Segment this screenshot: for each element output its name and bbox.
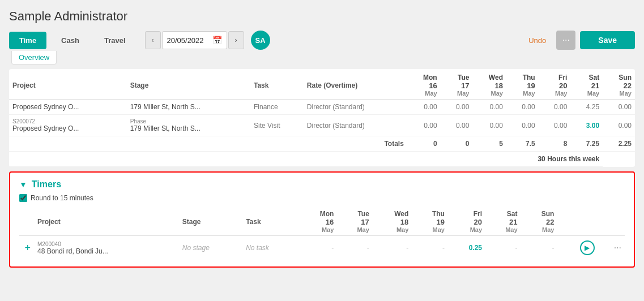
col-tue: Tue 17 May [441,69,473,100]
play-btn-cell: ▶ [557,236,598,260]
day-val-4[interactable]: 0.00 [539,100,571,115]
next-date-button[interactable]: › [228,31,244,49]
hours-this-week: 30 Hours this week [9,152,603,167]
timer-day-val-4[interactable]: 0.25 [448,236,485,260]
day-val-5[interactable]: 3.00 [570,115,603,136]
calendar-icon: 📅 [212,36,222,45]
tab-overview[interactable]: Overview [11,51,57,64]
table-row: S200072 Proposed Sydney O... Phase 179 M… [9,115,635,136]
page-title: Sample Administrator [9,9,635,24]
totals-sat: 7.25 [570,136,603,152]
toolbar: Time Cash Travel ‹ 20/05/2022 📅 › SA Und… [9,31,635,50]
timer-day-val-2: - [373,236,412,260]
timer-col-fri: Fri 20 May [448,208,485,236]
totals-sun: 2.25 [603,136,635,152]
table-row: Proposed Sydney O... 179 Miller St, Nort… [9,100,635,115]
save-button[interactable]: Save [580,31,635,49]
avatar: SA [251,31,270,50]
col-fri: Fri 20 May [539,69,571,100]
col-task: Task [250,69,304,100]
col-wed: Wed 18 May [472,69,506,100]
stage-cell: 179 Miller St, North S... [127,100,250,115]
day-val-1[interactable]: 0.00 [441,100,473,115]
day-val-2[interactable]: 0.00 [472,115,506,136]
date-value: 20/05/2022 [167,36,204,45]
col-thu: Thu 19 May [506,69,539,100]
timer-stage-cell: No stage [179,236,242,260]
day-val-6[interactable]: 0.00 [603,115,635,136]
day-val-0[interactable]: 0.00 [407,115,441,136]
time-table-card: Project Stage Task Rate (Overtime) Mon 1… [9,69,635,167]
timer-col-wed: Wed 18 May [373,208,412,236]
totals-label: Totals [304,136,407,152]
prev-date-button[interactable]: ‹ [145,31,161,49]
timer-day-val-3: - [412,236,448,260]
timer-col-mon: Mon 16 May [298,208,338,236]
timer-day-val-5: - [485,236,521,260]
timer-col-stage: Stage [179,208,242,236]
totals-fri: 8 [539,136,571,152]
totals-tue: 0 [441,136,473,152]
timer-day-val-1: - [337,236,373,260]
time-table: Project Stage Task Rate (Overtime) Mon 1… [9,69,635,167]
timers-title: Timers [32,179,61,190]
round-label: Round to 15 minutes [31,194,93,202]
totals-row: Totals 0 0 5 7.5 8 7.25 2.25 [9,136,635,152]
proj-cell: Proposed Sydney O... [9,100,127,115]
col-rate: Rate (Overtime) [304,69,407,100]
col-project: Project [9,69,127,100]
collapse-icon[interactable]: ▼ [19,180,27,189]
sub-nav: Overview [11,51,635,64]
round-checkbox-container: Round to 15 minutes [19,194,625,202]
day-val-6[interactable]: 0.00 [603,100,635,115]
timer-more-cell: ··· [598,236,625,260]
play-timer-button[interactable]: ▶ [580,240,595,255]
timer-day-val-6: - [521,236,558,260]
day-val-2[interactable]: 0.00 [472,100,506,115]
timer-task-cell: No task [242,236,298,260]
timer-col-sun: Sun 22 May [521,208,558,236]
col-sun: Sun 22 May [603,69,635,100]
timer-col-task: Task [242,208,298,236]
tab-travel[interactable]: Travel [94,32,136,49]
day-val-3[interactable]: 0.00 [506,115,539,136]
timer-row: + M200040 48 Bondi rd, Bondi Ju... No st… [19,236,625,260]
hours-week-row: 30 Hours this week [9,152,635,167]
tab-time[interactable]: Time [9,32,46,49]
tab-cash[interactable]: Cash [51,32,89,49]
totals-thu: 7.5 [506,136,539,152]
day-val-1[interactable]: 0.00 [441,115,473,136]
timers-table: Project Stage Task Mon 16 May Tue 17 May [19,208,625,260]
timer-col-sat: Sat 21 May [485,208,521,236]
rate-cell: Director (Standard) [304,115,407,136]
totals-mon: 0 [407,136,441,152]
rate-cell: Director (Standard) [304,100,407,115]
page-container: Sample Administrator Time Cash Travel ‹ … [0,0,644,301]
day-val-4[interactable]: 0.00 [539,115,571,136]
timer-col-project: Project [34,208,179,236]
timer-more-button[interactable]: ··· [614,243,621,253]
day-val-5[interactable]: 4.25 [570,100,603,115]
totals-label-cell [9,136,304,152]
timer-col-thu: Thu 19 May [412,208,448,236]
task-cell: Site Visit [250,115,304,136]
add-timer-button[interactable]: + [24,242,31,254]
timer-proj-cell: M200040 48 Bondi rd, Bondi Ju... [34,236,179,260]
date-display[interactable]: 20/05/2022 📅 [162,31,227,49]
task-cell: Finance [250,100,304,115]
timer-col-tue: Tue 17 May [337,208,373,236]
timers-header: ▼ Timers [19,179,625,190]
col-mon: Mon 16 May [407,69,441,100]
timer-day-val-0: - [298,236,338,260]
undo-button[interactable]: Undo [523,33,552,48]
more-button[interactable]: ··· [556,31,575,50]
timers-section: ▼ Timers Round to 15 minutes Project Sta… [9,171,635,268]
col-sat: Sat 21 May [570,69,603,100]
round-checkbox[interactable] [19,194,27,202]
totals-wed: 5 [472,136,506,152]
day-val-3[interactable]: 0.00 [506,100,539,115]
more-dots-icon: ··· [562,35,570,45]
col-stage: Stage [127,69,250,100]
day-val-0[interactable]: 0.00 [407,100,441,115]
date-nav: ‹ 20/05/2022 📅 › [145,31,244,49]
